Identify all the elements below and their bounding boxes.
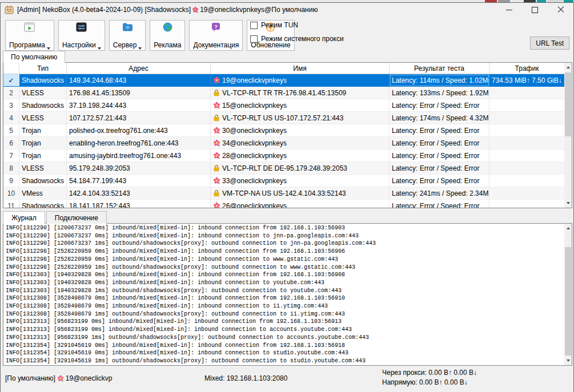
lock-icon (213, 89, 220, 96)
server-row[interactable]: 8VLESS95.179.248.39:2053VL-TCP-RLT DE DE… (3, 162, 572, 175)
toolbar: Программа Настройки Сервер (1, 17, 573, 52)
row-indicator: 8 (3, 162, 19, 175)
server-name: 28@oneclickvpnkeys (211, 149, 390, 162)
column-header-address[interactable]: Адрес (67, 63, 211, 74)
server-row[interactable]: 7Trojanamusing-jaybird.treefrog761.one:4… (3, 149, 572, 162)
log-text: INFO[1312290] [1200673237 0ms] inbound/m… (3, 224, 572, 366)
scrollbar-thumb[interactable] (565, 247, 571, 355)
server-row[interactable]: 9Shadowsocks54.184.77.199:44333@oneclick… (3, 175, 572, 187)
server-traffic (489, 175, 564, 187)
flower-icon (57, 375, 64, 382)
server-traffic (489, 124, 564, 137)
server-row[interactable]: 10VMess142.4.104.33:52143VM-TCP-NA US US… (3, 187, 572, 200)
flower-icon (213, 152, 220, 159)
server-traffic (489, 137, 564, 149)
server-row[interactable]: 3Shadowsocks37.19.198.244:44315@oneclick… (3, 99, 572, 112)
server-test-result: Latency: Error / Speed: Error (390, 200, 489, 208)
server-name: 19@oneclickvpnkeys (211, 74, 390, 87)
server-row[interactable]: ✓Shadowsocks149.34.244.68:44319@oneclick… (3, 74, 572, 87)
button-label: Сервер (113, 41, 137, 49)
checkbox-label: Режим TUN (261, 21, 298, 29)
server-address: 142.4.104.33:52143 (67, 187, 211, 200)
server-type: VLESS (19, 162, 67, 175)
flower-icon (213, 127, 220, 134)
server-test-result: Latency: Error / Speed: Error (390, 137, 489, 149)
button-label: Документация (193, 41, 239, 49)
server-traffic: 734.53 MiB↑ 7.50 GiB↓ (489, 74, 564, 87)
server-row[interactable]: 2VLESS176.98.41.45:13509VL-TCP-RLT TR TR… (3, 87, 572, 99)
server-row[interactable]: 5Trojanpolished-ox.treefrog761.one:44330… (3, 124, 572, 137)
group-tab-default[interactable]: По умолчанию (3, 51, 65, 63)
status-proxy-traffic: Через прокси: 0.00 B↑ 0.00 B↓ (382, 368, 477, 378)
scroll-up-icon[interactable] (564, 63, 572, 72)
maximize-button[interactable] (522, 3, 548, 17)
globe-icon (163, 22, 172, 32)
row-indicator: 11 (3, 200, 19, 208)
server-row[interactable]: 4VLESS107.172.57.21:443VL-TCP-RLT US US-… (3, 112, 572, 124)
server-test-result: Latency: 241ms / Speed: 2.34MiB/s (390, 187, 489, 200)
flower-icon (213, 202, 220, 208)
status-current-profile: [По умолчанию] 19@oneclickvp (5, 374, 112, 382)
server-name: VL-TCP-RLT TR TR-176.98.41.45:13509 (211, 87, 390, 99)
tab-connections[interactable]: Подключение (46, 211, 107, 224)
settings-menu-button[interactable]: Настройки (58, 20, 105, 51)
row-indicator: 3 (3, 99, 19, 112)
server-test-result: Latency: 114ms / Speed: 1.02MiB/s (390, 74, 489, 87)
server-traffic (489, 112, 564, 124)
server-type: Trojan (19, 124, 67, 137)
column-header-traffic[interactable]: Трафик (489, 63, 564, 74)
dropdown-arrow-icon (138, 47, 142, 50)
status-inbound-address: Mixed: 192.168.1.103:2080 (204, 374, 287, 382)
column-header-type[interactable]: Тип (19, 63, 67, 74)
server-address: 107.172.57.21:443 (67, 112, 211, 124)
server-test-result: Latency: Error / Speed: Error (390, 149, 489, 162)
server-test-result: Latency: Error / Speed: Error (390, 124, 489, 137)
scroll-up-icon[interactable] (564, 224, 572, 233)
tun-mode-checkbox[interactable]: Режим TUN (250, 21, 344, 29)
url-test-button[interactable]: URL Test (530, 37, 569, 50)
server-rows: ✓Shadowsocks149.34.244.68:44319@oneclick… (3, 74, 572, 208)
server-test-result: Latency: 174ms / Speed: 4.32MiB/s (390, 112, 489, 124)
server-test-result: Latency: Error / Speed: Error (390, 175, 489, 187)
server-test-result: Latency: Error / Speed: Error (390, 162, 489, 175)
button-label: Программа (9, 41, 45, 49)
close-icon (557, 6, 564, 13)
server-test-result: Latency: 133ms / Speed: 1.92MiB/s (390, 87, 489, 99)
minimize-icon (506, 10, 512, 10)
bottom-tabs: Журнал Подключение (3, 211, 108, 224)
scrollbar-thumb[interactable] (565, 72, 571, 136)
server-type: Shadowsocks (19, 175, 67, 187)
server-address: enabling-heron.treefrog761.one:443 (67, 137, 211, 149)
server-name: VM-TCP-NA US US-142.4.104.33:52143 (211, 187, 390, 200)
column-header-name[interactable]: Имя (211, 63, 390, 74)
minimize-button[interactable] (496, 3, 522, 17)
log-scrollbar[interactable] (564, 224, 572, 365)
ads-button[interactable]: Реклама (150, 20, 185, 51)
server-name: 34@oneclickvpnkeys (211, 137, 390, 149)
server-address: 18.141.187.152:443 (67, 200, 211, 208)
lock-icon (213, 164, 220, 172)
server-folder-icon (122, 22, 133, 31)
row-indicator: ✓ (3, 74, 19, 87)
documentation-button[interactable]: ? Документация (189, 20, 243, 51)
row-indicator: 5 (3, 124, 19, 137)
server-menu-button[interactable]: Сервер (109, 20, 146, 51)
row-indicator: 6 (3, 137, 19, 149)
server-row[interactable]: 11Shadowsocks18.141.187.152:44326@onecli… (3, 200, 572, 208)
server-row[interactable]: 6Trojanenabling-heron.treefrog761.one:44… (3, 137, 572, 149)
button-label: Настройки (62, 41, 96, 49)
tab-log[interactable]: Журнал (3, 211, 45, 224)
server-address: 176.98.41.45:13509 (67, 87, 211, 99)
program-menu-button[interactable]: Программа (5, 20, 54, 51)
column-header-select[interactable] (3, 63, 19, 74)
server-name: 26@oneclickvpnkeys (211, 200, 390, 208)
row-indicator: 10 (3, 187, 19, 200)
window-title: [Admin] NekoBox (4.0-beta4-2024-10-09) [… (17, 6, 318, 14)
table-scrollbar[interactable] (564, 63, 572, 208)
column-header-result[interactable]: Результат теста (390, 63, 489, 74)
checkbox-label: Режим системного прокси (261, 35, 344, 43)
scroll-down-icon[interactable] (564, 199, 572, 208)
close-button[interactable] (548, 3, 573, 17)
scroll-down-icon[interactable] (564, 356, 572, 365)
system-proxy-checkbox[interactable]: Режим системного прокси (250, 35, 344, 43)
